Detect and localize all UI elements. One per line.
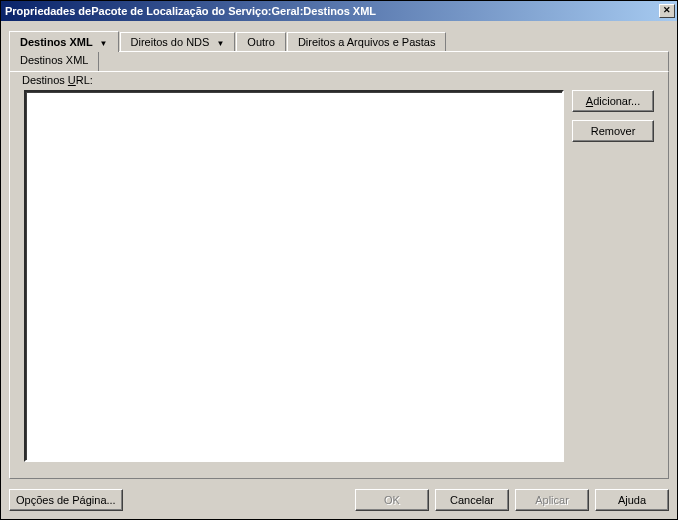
group-inner: Adicionar... Remover bbox=[24, 90, 654, 462]
tab-direitos-nds[interactable]: Direitos do NDS ▼ bbox=[120, 32, 236, 51]
subtabs-row: Destinos XML bbox=[9, 51, 669, 71]
content-area: Destinos XML ▼ Direitos do NDS ▼ Outro D… bbox=[1, 21, 677, 483]
add-button[interactable]: Adicionar... bbox=[572, 90, 654, 112]
bottom-bar: Opções de Página... OK Cancelar Aplicar … bbox=[1, 483, 677, 519]
tab-label: Outro bbox=[247, 36, 275, 48]
tabs: Destinos XML ▼ Direitos do NDS ▼ Outro D… bbox=[9, 29, 669, 71]
group-label: Destinos URL: bbox=[20, 74, 95, 86]
titlebar: Propriedades dePacote de Localização do … bbox=[1, 1, 677, 21]
tab-label: Destinos XML bbox=[20, 36, 93, 48]
close-button[interactable]: ✕ bbox=[659, 4, 675, 18]
destinos-url-group: Destinos URL: Adicionar... Remover bbox=[16, 78, 662, 470]
help-button[interactable]: Ajuda bbox=[595, 489, 669, 511]
subtab-destinos-xml[interactable]: Destinos XML bbox=[10, 52, 99, 71]
tab-panel: Destinos URL: Adicionar... Remover bbox=[9, 71, 669, 479]
remove-button[interactable]: Remover bbox=[572, 120, 654, 142]
chevron-down-icon: ▼ bbox=[100, 39, 108, 48]
tab-label: Direitos do NDS bbox=[131, 36, 210, 48]
chevron-down-icon: ▼ bbox=[216, 39, 224, 48]
window-title: Propriedades dePacote de Localização do … bbox=[5, 5, 376, 17]
destinos-url-listbox[interactable] bbox=[24, 90, 564, 462]
cancel-button[interactable]: Cancelar bbox=[435, 489, 509, 511]
tab-destinos-xml[interactable]: Destinos XML ▼ bbox=[9, 31, 119, 52]
tab-direitos-arquivos[interactable]: Direitos a Arquivos e Pastas bbox=[287, 32, 447, 51]
tab-outro[interactable]: Outro bbox=[236, 32, 286, 51]
side-buttons: Adicionar... Remover bbox=[572, 90, 654, 462]
ok-button: OK bbox=[355, 489, 429, 511]
subtab-label: Destinos XML bbox=[20, 54, 88, 66]
dialog-window: Propriedades dePacote de Localização do … bbox=[0, 0, 678, 520]
tab-label: Direitos a Arquivos e Pastas bbox=[298, 36, 436, 48]
page-options-button[interactable]: Opções de Página... bbox=[9, 489, 123, 511]
apply-button: Aplicar bbox=[515, 489, 589, 511]
tabs-row: Destinos XML ▼ Direitos do NDS ▼ Outro D… bbox=[9, 29, 669, 51]
